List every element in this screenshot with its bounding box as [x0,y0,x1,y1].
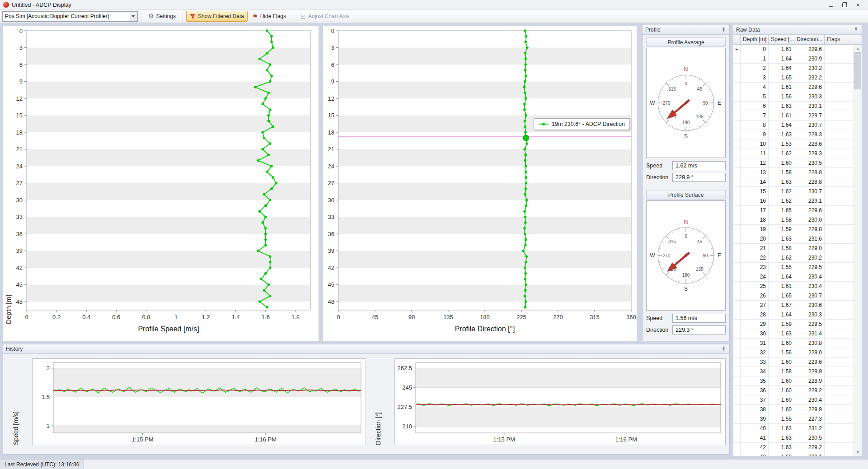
direction-cell: 229.2 [794,443,825,452]
speed-cell: 1.56 [769,348,794,357]
flags-cell [825,168,854,177]
settings-button[interactable]: ⚙ Settings [145,11,179,22]
restore-button[interactable] [838,1,851,9]
flags-cell [825,253,854,262]
table-row[interactable]: 51.56230.3 [733,92,854,102]
table-row[interactable]: 61.63230.1 [733,102,854,111]
row-selector-cell [733,301,741,310]
table-row[interactable]: 251.61230.4 [733,282,854,291]
table-row[interactable]: 341.58229.9 [733,367,854,376]
speed-cell: 1.62 [769,149,794,158]
table-row[interactable]: 331.60229.6 [733,358,854,367]
table-row[interactable]: 31.65232.2 [733,73,854,83]
profile-speed-chart[interactable]: 00.20.40.60.811.21.41.61.803691215182124… [3,26,318,340]
show-filtered-data-button[interactable]: Show Filtered Data [186,11,248,22]
table-row[interactable]: 381.60229.9 [733,405,854,414]
row-selector-cell [733,121,741,130]
table-row[interactable]: 311.60230.8 [733,339,854,348]
history-panel-title: History [6,346,23,352]
table-row[interactable]: 121.60230.5 [733,158,854,168]
table-row[interactable]: 231.55229.5 [733,263,854,272]
direction-cell: 229.9 [794,367,825,376]
flags-cell [825,263,854,272]
profile-surface-speed-row: Speed 1.56 m/s [646,314,726,323]
chart-tooltip: 19m 230.6° - ADCP Direction [534,118,630,130]
depth-cell: 19 [741,225,769,234]
table-row[interactable]: 401.63231.2 [733,424,854,433]
table-row[interactable]: 431.60230.1 [733,452,854,456]
chevron-down-icon [131,15,135,18]
table-row[interactable]: 151.62230.7 [733,187,854,196]
flags-cell [825,291,854,300]
table-row[interactable]: 411.63230.5 [733,433,854,443]
direction-cell: 229.9 [794,405,825,414]
table-row[interactable]: 361.60229.2 [733,386,854,395]
table-row[interactable]: 81.64230.7 [733,121,854,130]
table-row[interactable]: 271.67230.6 [733,301,854,310]
scrollbar-thumb[interactable] [854,52,861,89]
pin-icon[interactable] [720,346,727,352]
direction-cell: 228.9 [794,376,825,385]
table-row[interactable]: 421.63229.2 [733,443,854,452]
pin-icon[interactable] [853,27,859,33]
vertical-scrollbar[interactable]: ▲ ▼ [854,45,862,456]
table-row[interactable]: 211.58229.0 [733,244,854,253]
table-row[interactable]: 131.58228.8 [733,168,854,177]
adjust-chart-axis-button[interactable]: Adjust Chart Axis [296,11,353,22]
column-header-speed[interactable]: Speed [... [769,35,794,44]
depth-cell: 12 [741,158,769,167]
table-row[interactable]: 351.60228.9 [733,376,854,386]
table-row[interactable]: 221.62230.2 [733,253,854,263]
table-row[interactable]: 161.62229.1 [733,196,854,206]
table-row[interactable]: 41.61229.6 [733,83,854,92]
table-row[interactable]: 291.59229.5 [733,320,854,329]
svg-text:33: 33 [328,214,334,220]
table-row[interactable]: 301.63231.4 [733,329,854,339]
table-row[interactable]: 21.64230.2 [733,64,854,73]
flags-cell [825,272,854,281]
table-row[interactable]: 141.63228.8 [733,177,854,187]
table-row[interactable]: 261.65230.7 [733,291,854,301]
table-row[interactable]: 91.63229.3 [733,130,854,139]
scroll-down-icon[interactable]: ▼ [854,448,862,456]
svg-text:27: 27 [328,180,334,186]
column-header-direction[interactable]: Direction... [794,35,825,44]
column-header-depth[interactable]: Depth [m] [741,35,769,44]
table-row[interactable]: 101.53228.6 [733,139,854,149]
scroll-up-icon[interactable]: ▲ [854,45,862,52]
hide-flags-button[interactable]: ⚑ Hide Flags [249,11,290,22]
profile-direction-chart[interactable]: 0459013518022527031536003691215182124273… [323,26,636,340]
table-row[interactable]: 321.56229.0 [733,348,854,358]
svg-text:6: 6 [19,61,23,68]
flags-cell [825,149,854,158]
history-direction-chart[interactable]: 210227.5245262.51:15 PM1:16 PM [395,359,725,445]
device-selector[interactable]: Pos Sim [Acoustic Doppler Current Profil… [2,11,138,22]
table-row[interactable]: 181.58230.0 [733,215,854,225]
pin-icon[interactable] [720,27,727,33]
svg-text:360: 360 [626,314,636,320]
column-header-flags[interactable]: Flags [825,35,862,44]
table-row[interactable]: ►01.61229.6 [733,45,854,54]
flags-cell [825,196,854,205]
table-row[interactable]: 171.65229.6 [733,206,854,215]
history-speed-chart[interactable]: 11.521:15 PM1:16 PM [33,359,366,445]
table-row[interactable]: 191.59229.8 [733,225,854,234]
svg-text:0: 0 [685,234,687,239]
speed-cell: 1.63 [769,329,794,338]
minimize-button[interactable] [824,1,838,9]
svg-text:48: 48 [16,298,23,305]
direction-cell: 229.6 [794,358,825,367]
table-row[interactable]: 11.64230.9 [733,54,854,64]
table-row[interactable]: 391.55227.3 [733,414,854,424]
close-button[interactable]: × [851,1,865,9]
chart-axis-icon [300,14,306,19]
svg-text:315: 315 [668,87,676,92]
table-row[interactable]: 71.61229.7 [733,111,854,121]
raw-data-table: Depth [m] Speed [... Direction... Flags … [733,35,862,456]
table-row[interactable]: 371.60230.4 [733,395,854,405]
table-row[interactable]: 201.63231.6 [733,234,854,244]
table-row[interactable]: 111.62229.3 [733,149,854,158]
table-row[interactable]: 281.64230.3 [733,310,854,320]
device-selector-dropdown-button[interactable] [129,12,137,21]
table-row[interactable]: 241.64230.4 [733,272,854,282]
